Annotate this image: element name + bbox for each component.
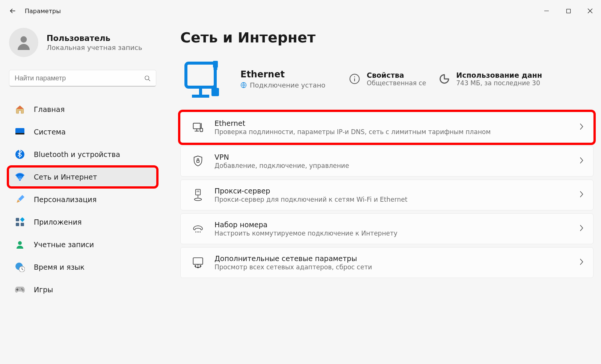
sidebar-item-accounts[interactable]: Учетные записи xyxy=(9,235,156,254)
card-subtitle: Просмотр всех сетевых адаптеров, сброс с… xyxy=(214,263,574,271)
svg-point-4 xyxy=(21,36,27,43)
card-title: Прокси-сервер xyxy=(214,187,574,195)
properties-block[interactable]: Свойства Общественная се xyxy=(348,71,426,87)
card-vpn[interactable]: VPN Добавление, подключение, управление xyxy=(180,146,593,177)
app-title: Параметры xyxy=(25,8,61,15)
svg-rect-23 xyxy=(211,88,219,96)
ethernet-icon xyxy=(190,122,206,133)
connection-state: Подключение устано xyxy=(240,81,325,89)
window-controls xyxy=(536,0,601,22)
phone-icon xyxy=(190,224,206,233)
search-icon xyxy=(144,75,151,82)
connection-name: Ethernet xyxy=(240,69,325,80)
sidebar-item-gaming[interactable]: Игры xyxy=(9,280,156,299)
home-icon xyxy=(14,104,26,115)
back-button[interactable] xyxy=(5,0,21,22)
svg-line-6 xyxy=(148,79,150,81)
vpn-shield-icon xyxy=(190,156,206,167)
main-content: Сеть и Интернет Ethernet Подк xyxy=(165,22,601,303)
avatar xyxy=(9,28,38,57)
properties-sub: Общественная се xyxy=(367,79,426,87)
chevron-right-icon xyxy=(579,224,584,233)
sidebar-item-home[interactable]: Главная xyxy=(9,100,156,119)
svg-point-15 xyxy=(18,241,22,245)
sidebar-item-bluetooth[interactable]: Bluetooth и устройства xyxy=(9,145,156,164)
svg-point-30 xyxy=(354,76,355,77)
bluetooth-icon xyxy=(14,149,26,160)
card-title: Набор номера xyxy=(214,221,574,229)
svg-rect-36 xyxy=(197,160,199,163)
sidebar-item-label: Учетные записи xyxy=(34,240,94,249)
chevron-right-icon xyxy=(579,258,584,267)
apps-icon xyxy=(14,216,26,228)
svg-point-19 xyxy=(22,289,23,290)
svg-rect-34 xyxy=(200,128,203,132)
svg-rect-20 xyxy=(186,63,215,87)
svg-point-5 xyxy=(145,76,149,80)
gamepad-icon xyxy=(14,284,26,295)
card-proxy[interactable]: Прокси-сервер Прокси-сервер для подключе… xyxy=(180,180,593,210)
globe-icon xyxy=(240,82,247,88)
minimize-button[interactable] xyxy=(536,0,557,22)
card-advanced-network[interactable]: Дополнительные сетевые параметры Просмот… xyxy=(180,247,593,278)
globe-clock-icon xyxy=(14,261,26,273)
card-subtitle: Добавление, подключение, управление xyxy=(214,162,574,169)
card-subtitle: Настроить коммутируемое подключение к Ин… xyxy=(214,230,574,237)
nav-list: Главная Система Bluetooth и устройства С… xyxy=(9,100,156,299)
sidebar-item-label: Bluetooth и устройства xyxy=(34,150,120,159)
sidebar-item-apps[interactable]: Приложения xyxy=(9,213,156,231)
sidebar-item-network[interactable]: Сеть и Интернет xyxy=(9,168,156,186)
svg-point-41 xyxy=(194,198,201,201)
data-usage-block[interactable]: Использование данн 743 МБ, за последние … xyxy=(438,71,542,87)
svg-point-18 xyxy=(21,288,22,289)
ethernet-large-icon xyxy=(180,56,229,101)
proxy-icon xyxy=(190,189,206,201)
status-primary[interactable]: Ethernet Подключение устано xyxy=(240,69,325,89)
sidebar-item-personalization[interactable]: Персонализация xyxy=(9,190,156,209)
profile-block[interactable]: Пользователь Локальная учетная запись xyxy=(9,28,156,57)
search-box[interactable] xyxy=(9,70,156,86)
search-input[interactable] xyxy=(15,74,144,82)
data-usage-sub: 743 МБ, за последние 30 xyxy=(456,79,542,87)
svg-point-50 xyxy=(200,266,201,267)
card-subtitle: Проверка подлинности, параметры IP-и DNS… xyxy=(214,128,574,136)
properties-label: Свойства xyxy=(367,71,426,79)
sidebar-item-system[interactable]: Система xyxy=(9,122,156,141)
page-title: Сеть и Интернет xyxy=(180,29,593,46)
close-button[interactable] xyxy=(579,0,601,22)
chevron-right-icon xyxy=(579,190,584,199)
card-title: VPN xyxy=(214,153,574,161)
sidebar-item-label: Система xyxy=(34,128,66,136)
svg-rect-1 xyxy=(566,9,570,13)
svg-rect-12 xyxy=(20,217,24,222)
profile-subtitle: Локальная учетная запись xyxy=(47,44,142,51)
arrow-left-icon xyxy=(9,7,17,15)
card-title: Дополнительные сетевые параметры xyxy=(214,254,574,263)
info-icon xyxy=(348,72,361,86)
chevron-right-icon xyxy=(579,157,584,166)
sidebar-item-label: Время и язык xyxy=(34,263,85,271)
sidebar-item-label: Сеть и Интернет xyxy=(34,173,97,181)
sidebar-item-label: Приложения xyxy=(34,218,82,226)
wifi-icon xyxy=(14,171,26,183)
svg-rect-24 xyxy=(213,61,218,68)
network-status-row: Ethernet Подключение устано Свойства Общ… xyxy=(180,56,593,101)
svg-point-51 xyxy=(198,267,199,268)
sidebar-item-label: Персонализация xyxy=(34,195,97,204)
profile-name: Пользователь xyxy=(47,34,142,43)
svg-rect-8 xyxy=(15,133,24,134)
brush-icon xyxy=(14,194,26,205)
svg-rect-31 xyxy=(193,123,201,129)
svg-point-49 xyxy=(195,266,196,267)
data-usage-icon xyxy=(438,72,451,86)
svg-rect-46 xyxy=(193,258,202,264)
maximize-button[interactable] xyxy=(557,0,579,22)
card-dialup[interactable]: Набор номера Настроить коммутируемое под… xyxy=(180,213,593,244)
person-icon xyxy=(14,239,26,250)
svg-rect-11 xyxy=(16,218,19,221)
chevron-right-icon xyxy=(579,123,584,132)
card-ethernet[interactable]: Ethernet Проверка подлинности, параметры… xyxy=(180,112,593,143)
monitor-network-icon xyxy=(190,257,206,268)
sidebar-item-time-language[interactable]: Время и язык xyxy=(9,258,156,276)
titlebar: Параметры xyxy=(0,0,601,22)
